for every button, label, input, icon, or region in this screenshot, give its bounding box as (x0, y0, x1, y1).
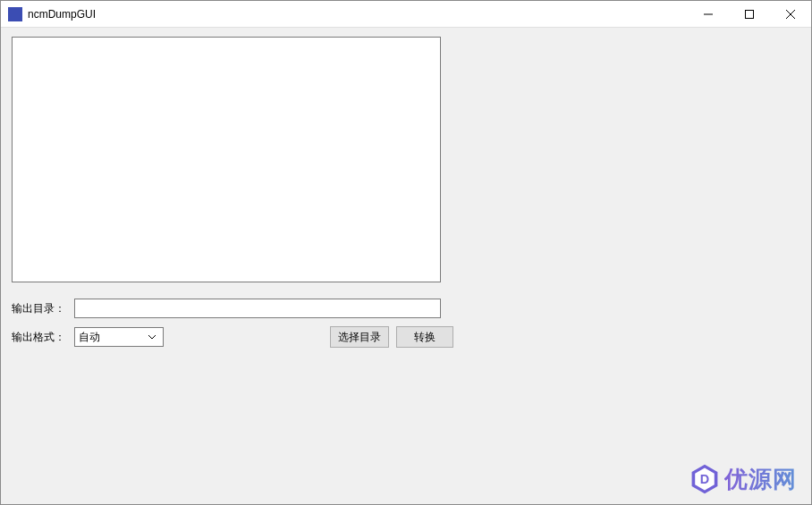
close-icon (786, 10, 795, 19)
window-title: ncmDumpGUI (28, 8, 688, 21)
close-button[interactable] (770, 1, 811, 27)
minimize-button[interactable] (688, 1, 729, 27)
output-format-label: 输出格式： (12, 330, 74, 345)
select-dir-button[interactable]: 选择目录 (330, 326, 389, 348)
output-format-combobox[interactable]: 自动 (74, 327, 164, 347)
convert-button[interactable]: 转换 (396, 326, 453, 348)
watermark-logo-icon: D (689, 463, 721, 495)
minimize-icon (704, 10, 713, 19)
titlebar: ncmDumpGUI (1, 1, 811, 28)
output-format-row: 输出格式： 自动 选择目录 转换 (12, 327, 453, 347)
chevron-down-icon (145, 335, 159, 340)
file-list[interactable] (12, 37, 441, 282)
watermark-text: 优源网 (724, 464, 797, 495)
button-row: 选择目录 转换 (330, 326, 453, 348)
output-dir-row: 输出目录： (12, 299, 800, 318)
watermark: D 优源网 (689, 463, 797, 495)
app-icon (8, 7, 22, 21)
output-format-value: 自动 (79, 330, 145, 345)
app-window: ncmDumpGUI 输出目录： 输出格式： 自动 (0, 0, 812, 505)
maximize-button[interactable] (729, 1, 770, 27)
output-dir-input[interactable] (74, 299, 441, 318)
client-area: 输出目录： 输出格式： 自动 选择目录 转换 D 优源网 (1, 28, 811, 504)
svg-rect-1 (746, 10, 754, 18)
window-controls (688, 1, 811, 27)
maximize-icon (745, 10, 754, 19)
output-dir-label: 输出目录： (12, 301, 74, 316)
svg-text:D: D (700, 472, 709, 486)
